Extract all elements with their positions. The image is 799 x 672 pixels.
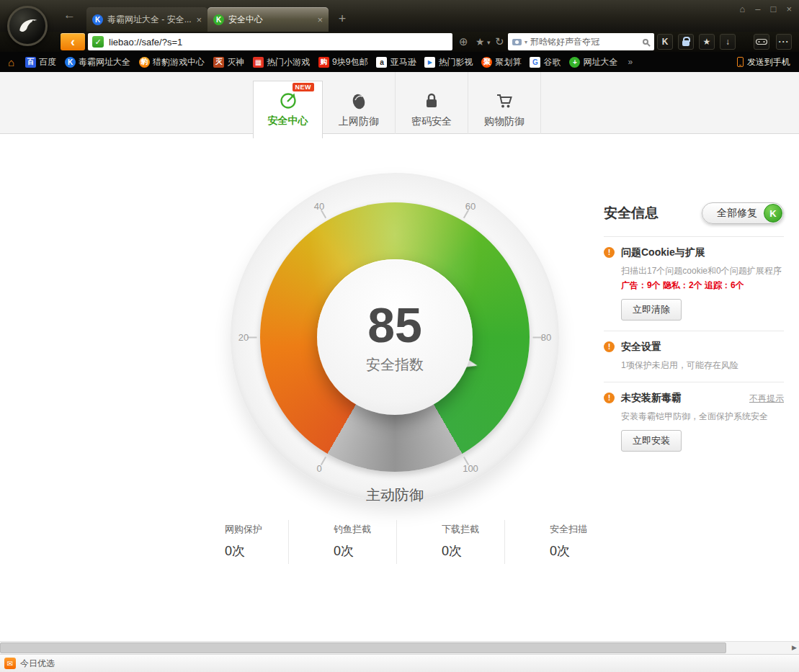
- tab-label: 购物防御: [484, 115, 525, 128]
- bookmark-star-icon[interactable]: ★: [476, 36, 485, 48]
- install-now-button[interactable]: 立即安装: [621, 430, 682, 452]
- search-caret-icon[interactable]: ▾: [525, 39, 527, 45]
- kingsoft-k-button[interactable]: K: [657, 34, 673, 50]
- tab-web-defense[interactable]: 上网防御: [323, 72, 396, 134]
- tab-close-icon[interactable]: ×: [196, 14, 202, 25]
- refresh-icon[interactable]: ↻: [495, 35, 504, 48]
- stat-security-scan: 安全扫描 0次: [504, 520, 612, 564]
- back-button[interactable]: ‹: [61, 33, 85, 50]
- bookmark-movies[interactable]: ▶ 热门影视: [420, 56, 477, 68]
- issue-cookies-extensions: ! 问题Cookie与扩展 扫描出17个问题cookie和0个问题扩展程序 广告…: [604, 236, 784, 321]
- bookmark-caret-icon[interactable]: ▾: [487, 39, 491, 46]
- games-button[interactable]: [754, 34, 769, 50]
- tab-safe-center[interactable]: NEW 安全中心: [253, 81, 323, 138]
- issue-detail-counts: 广告：9个 隐私：2个 追踪：6个: [621, 279, 784, 292]
- bookmark-juhuasuan[interactable]: 聚 聚划算: [477, 56, 525, 68]
- bookmark-duba[interactable]: K 毒霸网址大全: [61, 56, 135, 68]
- tab-close-icon[interactable]: ×: [317, 14, 323, 25]
- skin-button[interactable]: ⌂: [739, 4, 745, 14]
- liebao-browser-logo-icon[interactable]: [7, 6, 48, 46]
- gauge-tick-label: 20: [238, 332, 249, 343]
- close-button[interactable]: ×: [786, 4, 792, 14]
- stat-value: 0次: [225, 542, 288, 560]
- tab-password-safety[interactable]: 密码安全: [396, 72, 468, 134]
- browser-tab-safe-center[interactable]: K 安全中心 ×: [207, 7, 329, 32]
- bookmark-label: 热门小游戏: [267, 56, 310, 68]
- lock-icon: [682, 40, 689, 46]
- titlebar-back-icon[interactable]: ←: [63, 8, 76, 22]
- dont-remind-link[interactable]: 不再提示: [749, 393, 784, 405]
- bookmark-mini-games[interactable]: ▦ 热门小游戏: [249, 56, 314, 68]
- tab-shopping-defense[interactable]: 购物防御: [468, 72, 541, 134]
- lock-icon: [423, 91, 440, 110]
- bookmark-label: 毒霸网址大全: [79, 56, 130, 68]
- globe-icon[interactable]: ⊕: [459, 35, 468, 48]
- bookmark-google[interactable]: G 谷歌: [525, 56, 565, 68]
- camera-search-icon[interactable]: [512, 39, 522, 45]
- send-to-phone-button[interactable]: 发送到手机: [730, 52, 799, 72]
- address-input[interactable]: [109, 37, 448, 48]
- horizontal-scrollbar[interactable]: ▶: [0, 641, 799, 654]
- maximize-button[interactable]: □: [771, 4, 777, 14]
- new-badge: NEW: [293, 83, 315, 91]
- bookmark-label: 谷歌: [543, 56, 561, 68]
- lock-button[interactable]: [678, 34, 694, 50]
- fix-all-button[interactable]: 全部修复 K: [702, 202, 784, 224]
- issue-description: 扫描出17个问题cookie和0个问题扩展程序: [621, 264, 784, 277]
- bookmarks-overflow-chevron[interactable]: »: [622, 57, 638, 67]
- bookmark-label: 猎豹游戏中心: [153, 56, 205, 68]
- warning-icon: !: [604, 341, 615, 352]
- gauge-center-dial: 85 安全指数: [317, 259, 473, 415]
- scroll-right-arrow-icon[interactable]: ▶: [792, 644, 797, 651]
- gauge-tick-mark: [248, 337, 257, 339]
- stat-value: 0次: [334, 542, 396, 560]
- bookmark-site-list[interactable]: + 网址大全: [565, 56, 622, 68]
- security-info-title: 安全信息: [604, 204, 659, 223]
- stat-download-block: 下载拦截 0次: [396, 520, 504, 564]
- today-picks-icon[interactable]: ✉: [4, 658, 16, 669]
- security-gauge: 85 安全指数 0 20 40 60 80 100 主动防御: [231, 173, 559, 501]
- stat-label: 网购保护: [225, 523, 288, 536]
- bookmark-mieshen[interactable]: 灭 灭神: [209, 56, 249, 68]
- scrollbar-thumb[interactable]: [0, 642, 726, 653]
- today-picks-label[interactable]: 今日优选: [20, 658, 55, 670]
- bookmark-baidu[interactable]: 百 百度: [21, 56, 61, 68]
- minimize-button[interactable]: –: [755, 4, 760, 14]
- search-input[interactable]: [530, 37, 640, 47]
- tab-title: 安全中心: [228, 14, 313, 26]
- home-icon[interactable]: ⌂: [1, 56, 21, 68]
- browser-tab-duba[interactable]: K 毒霸网址大全 - 安全... ×: [86, 7, 207, 32]
- baidu-favicon-icon: 百: [25, 57, 36, 68]
- gauge-tick-label: 40: [314, 201, 324, 212]
- movies-favicon-icon: ▶: [424, 57, 435, 68]
- mieshen-favicon-icon: 灭: [213, 57, 224, 68]
- issue-title: 问题Cookie与扩展: [621, 246, 705, 259]
- stat-label: 钓鱼拦截: [334, 523, 396, 536]
- bookmark-amazon[interactable]: a 亚马逊: [372, 56, 420, 68]
- security-score-label: 安全指数: [366, 355, 424, 375]
- security-shield-icon: ✓: [92, 36, 104, 48]
- clean-now-button[interactable]: 立即清除: [621, 299, 682, 321]
- search-bar[interactable]: ▾: [508, 33, 654, 50]
- bookmark-9kuai9[interactable]: 购 9块9包邮: [314, 56, 372, 68]
- cheetah-icon: [14, 13, 40, 39]
- juhuasuan-favicon-icon: 聚: [481, 57, 492, 68]
- favorites-button[interactable]: ★: [699, 34, 715, 50]
- tab-label: 上网防御: [339, 115, 379, 128]
- safe-center-page: NEW 安全中心: [0, 72, 799, 641]
- address-bar[interactable]: ✓: [88, 33, 452, 50]
- warning-icon: !: [604, 393, 615, 403]
- kingsoft-k-badge-icon: K: [764, 204, 782, 223]
- search-magnifier-icon[interactable]: [643, 39, 648, 45]
- issue-title: 安全设置: [621, 341, 661, 354]
- bookmark-game-center[interactable]: 豹 猎豹游戏中心: [135, 56, 209, 68]
- status-bar: ✉ 今日优选: [0, 654, 799, 672]
- download-button[interactable]: ↓: [720, 34, 736, 50]
- gamepad-icon: [756, 38, 767, 45]
- duba-favicon-icon: K: [92, 14, 103, 25]
- issue-security-settings: ! 安全设置 1项保护未启用，可能存在风险: [604, 331, 784, 372]
- new-tab-button[interactable]: +: [333, 12, 352, 27]
- google-favicon-icon: G: [530, 57, 540, 68]
- gauge-dial-icon: [279, 91, 298, 109]
- more-menu-button[interactable]: ···: [776, 34, 792, 50]
